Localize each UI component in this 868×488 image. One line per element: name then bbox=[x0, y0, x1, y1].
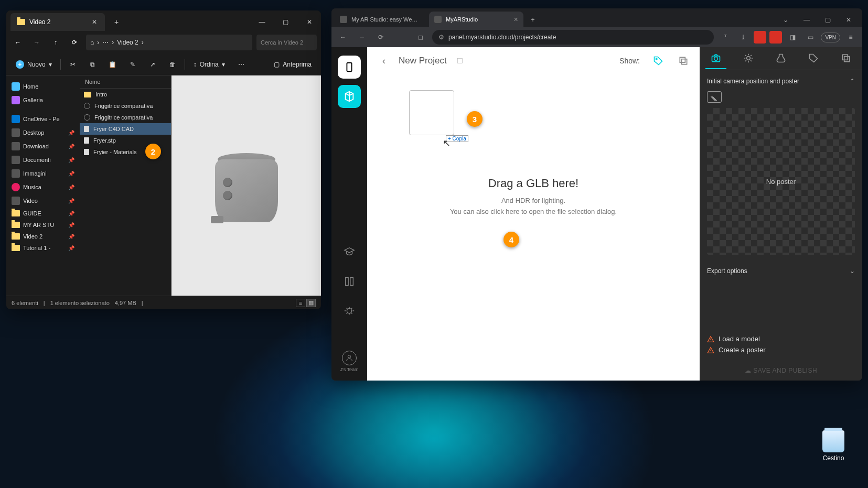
recycle-bin[interactable]: Cestino bbox=[822, 430, 844, 462]
sidebar-item-tutorial-1---[interactable]: Tutorial 1 - 📌 bbox=[8, 242, 78, 254]
nav-back-button[interactable]: ← bbox=[336, 30, 350, 45]
file-row[interactable]: Fryer C4D CAD bbox=[80, 123, 171, 135]
more-button[interactable]: ⋯ bbox=[233, 59, 249, 70]
new-tab-button[interactable]: + bbox=[109, 15, 124, 29]
file-row[interactable]: Friggitrice comparativa bbox=[80, 112, 171, 123]
sort-button[interactable]: ↕ Ordina ▾ bbox=[189, 59, 229, 70]
preview-pane bbox=[172, 75, 321, 296]
tab-export[interactable] bbox=[835, 48, 856, 69]
maximize-button[interactable]: ▢ bbox=[274, 14, 297, 30]
file-row[interactable]: Intro bbox=[80, 89, 171, 100]
tab-lighting[interactable] bbox=[738, 48, 759, 69]
translate-button[interactable]: ᵀ bbox=[718, 30, 733, 45]
sidebar-learn-button[interactable] bbox=[338, 241, 361, 264]
column-header-name[interactable]: Nome bbox=[80, 75, 171, 89]
tab-close-icon[interactable]: ✕ bbox=[90, 18, 99, 26]
sidebar-docs-button[interactable] bbox=[338, 270, 361, 293]
extension-2-icon[interactable] bbox=[769, 31, 782, 44]
show-layers-toggle[interactable] bbox=[677, 54, 690, 68]
fold-icon bbox=[12, 233, 20, 240]
sidebar-item-galleria[interactable]: Galleria bbox=[8, 93, 78, 107]
sidebar-item-my-ar-stu[interactable]: MY AR STU📌 bbox=[8, 219, 78, 231]
url-input[interactable]: ⚙ panel.myarstudio.cloud/projects/create bbox=[432, 30, 714, 45]
nav-back-button[interactable]: ← bbox=[10, 35, 25, 50]
paste-button[interactable]: 📋 bbox=[105, 59, 121, 70]
nav-forward-button[interactable]: → bbox=[29, 35, 44, 50]
show-tags-toggle[interactable] bbox=[651, 54, 665, 68]
breadcrumb-bar[interactable]: ⌂› ⋯› Video 2› bbox=[86, 35, 252, 50]
explorer-tab-video2[interactable]: Video 2 ✕ bbox=[10, 13, 105, 31]
annotation-badge-4: 4 bbox=[503, 232, 519, 247]
model-preview-thumb bbox=[205, 138, 288, 233]
extension-1-icon[interactable] bbox=[754, 31, 766, 44]
bookmark-button[interactable]: ◻ bbox=[413, 30, 428, 45]
sidebar-phone-button[interactable] bbox=[338, 56, 361, 79]
poster-image-icon[interactable] bbox=[707, 91, 722, 103]
close-button[interactable]: ✕ bbox=[297, 14, 321, 30]
sidebar-item-musica[interactable]: Musica📌 bbox=[8, 180, 78, 194]
browser-tabstrip: My AR Studio: easy Web 3D Viewer MyARStu… bbox=[331, 8, 862, 27]
new-tab-button[interactable]: + bbox=[526, 13, 540, 27]
warning-create-poster: Create a poster bbox=[707, 344, 855, 355]
cut-button[interactable]: ✂ bbox=[65, 59, 81, 70]
site-settings-icon[interactable]: ⚙ bbox=[438, 34, 444, 41]
copy-button[interactable]: ⧉ bbox=[85, 59, 101, 70]
file-row[interactable]: Friggitrice comparativa bbox=[80, 100, 171, 112]
section-camera-header[interactable]: Initial camera position and poster⌃ bbox=[707, 75, 855, 87]
favicon-icon bbox=[340, 16, 347, 23]
share-button[interactable]: ↗ bbox=[145, 59, 160, 70]
nav-refresh-button[interactable]: ⟳ bbox=[373, 30, 388, 45]
close-button[interactable]: ✕ bbox=[838, 13, 859, 27]
minimize-button[interactable]: — bbox=[796, 13, 817, 27]
view-grid-button[interactable]: ▦ bbox=[306, 299, 316, 307]
back-button[interactable]: ‹ bbox=[377, 53, 391, 68]
search-input[interactable]: Cerca in Video 2 bbox=[256, 35, 317, 50]
sidebar-item-immagini[interactable]: Immagini📌 bbox=[8, 167, 78, 180]
warning-load-model: Load a model bbox=[707, 333, 855, 344]
tab-tags[interactable] bbox=[803, 48, 824, 69]
status-selected: 1 elemento selezionato bbox=[50, 300, 110, 306]
tab-camera[interactable] bbox=[705, 48, 726, 69]
sidepanel-button[interactable]: ◨ bbox=[785, 30, 800, 45]
sidebar-item-onedrive---pe[interactable]: OneDrive - Pe bbox=[8, 112, 78, 126]
nav-forward-button[interactable]: → bbox=[355, 30, 369, 45]
drag-ghost bbox=[409, 90, 454, 135]
sidebar-debug-button[interactable] bbox=[338, 299, 361, 322]
nav-up-button[interactable]: ↑ bbox=[48, 35, 63, 50]
install-app-button[interactable]: ⤓ bbox=[736, 30, 751, 45]
delete-button[interactable]: 🗑 bbox=[165, 59, 180, 70]
vpn-badge[interactable]: VPN bbox=[821, 32, 840, 42]
browser-menu-button[interactable]: ≡ bbox=[843, 30, 858, 45]
project-title[interactable]: New Project bbox=[399, 56, 447, 66]
tab-search-button[interactable]: ⌄ bbox=[775, 13, 796, 27]
od-icon bbox=[12, 115, 20, 123]
preview-toggle[interactable]: ▢ Anteprima bbox=[270, 59, 316, 70]
browser-tab-1[interactable]: My AR Studio: easy Web 3D Viewer bbox=[335, 12, 429, 27]
reading-list-button[interactable]: ▭ bbox=[803, 30, 818, 45]
sidebar-3d-button[interactable] bbox=[338, 85, 361, 108]
minimize-button[interactable]: — bbox=[250, 14, 274, 30]
nav-refresh-button[interactable]: ⟳ bbox=[67, 35, 82, 50]
sidebar-item-video-2[interactable]: Video 2📌 bbox=[8, 231, 78, 242]
rename-button[interactable]: ✎ bbox=[125, 59, 141, 70]
new-button[interactable]: +Nuovo ▾ bbox=[12, 58, 56, 71]
drop-zone[interactable]: + Copia ↖ Drag a GLB here! And HDR for l… bbox=[367, 74, 700, 381]
favicon-icon bbox=[434, 16, 442, 23]
tab-close-icon[interactable]: ✕ bbox=[513, 16, 518, 23]
maximize-button[interactable]: ▢ bbox=[817, 13, 838, 27]
save-publish-button[interactable]: ☁ SAVE AND PUBLISH bbox=[700, 361, 862, 381]
sidebar-item-download[interactable]: Download📌 bbox=[8, 139, 78, 153]
view-list-button[interactable]: ≡ bbox=[296, 299, 305, 307]
tab-materials[interactable] bbox=[770, 48, 791, 69]
browser-tab-2[interactable]: MyARStudio ✕ bbox=[429, 12, 523, 27]
sidebar-item-documenti[interactable]: Documenti📌 bbox=[8, 153, 78, 167]
section-export-header[interactable]: Export options⌄ bbox=[707, 265, 855, 277]
sidebar-item-home[interactable]: Home bbox=[8, 80, 78, 93]
sidebar-item-guide[interactable]: GUIDE📌 bbox=[8, 208, 78, 219]
team-selector[interactable]: J's Team bbox=[340, 351, 358, 372]
plus-icon: + bbox=[16, 60, 24, 69]
sidebar-item-desktop[interactable]: Desktop📌 bbox=[8, 126, 78, 139]
file-icon bbox=[84, 149, 89, 155]
poster-preview[interactable]: No poster bbox=[707, 108, 855, 255]
sidebar-item-video[interactable]: Video📌 bbox=[8, 194, 78, 208]
